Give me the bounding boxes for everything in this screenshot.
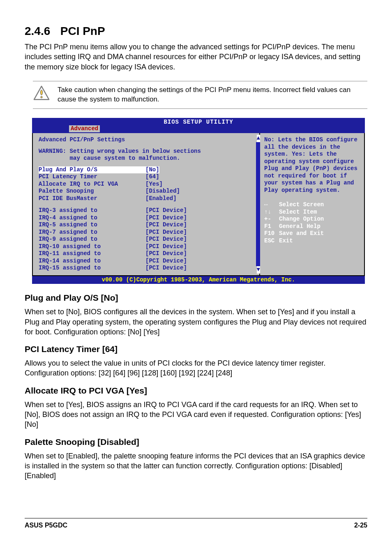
bios-key-label: Select Screen <box>279 201 324 208</box>
bios-item-value: [Disabled] <box>145 188 180 195</box>
bios-irq-item[interactable]: IRQ-10 assigned to[PCI Device] <box>39 243 255 251</box>
bios-item-label: IRQ-14 assigned to <box>39 258 145 265</box>
bios-key-glyph: F1 <box>264 223 279 230</box>
bios-key-glyph: ↔ <box>264 201 279 209</box>
bios-item-value: [PCI Device] <box>145 250 187 258</box>
bios-irq-item[interactable]: IRQ-9 assigned to[PCI Device] <box>39 236 255 243</box>
subsection-body: Allows you to select the value in units … <box>25 358 367 378</box>
bios-key-glyph: +- <box>264 216 279 223</box>
bios-item[interactable]: Palette Snooping[Disabled] <box>39 188 255 195</box>
bios-item-label: IRQ-4 assigned to <box>39 214 145 222</box>
bios-item-label: Palette Snooping <box>39 188 145 195</box>
bios-item-value: [PCI Device] <box>145 236 187 243</box>
bios-key-row: ↔Select Screen <box>264 201 360 209</box>
section-intro: The PCI PnP menu items allow you to chan… <box>25 42 367 72</box>
bios-key-label: Exit <box>279 237 293 244</box>
bios-key-row: F1General Help <box>264 223 360 230</box>
bios-item-label: PCI IDE BusMaster <box>39 195 145 203</box>
bios-item-label: IRQ-11 assigned to <box>39 250 145 258</box>
bios-key-row: ↑↓Select Item <box>264 209 360 216</box>
bios-key-glyph: F10 <box>264 230 279 237</box>
bios-key-row: ESCExit <box>264 237 360 245</box>
subsection-body: When set to [Yes], BIOS assigns an IRQ t… <box>25 400 367 430</box>
bios-irq-item[interactable]: IRQ-14 assigned to[PCI Device] <box>39 258 255 265</box>
bios-item-value: [Enabled] <box>145 195 177 203</box>
subsection-body: When set to [No], BIOS configures all th… <box>25 307 367 337</box>
bios-right-pane: No: Lets the BIOS configure all the devi… <box>259 133 364 275</box>
bios-footer: v00.00 (C)Copyright 1985-2003, American … <box>32 276 365 284</box>
bios-key-label: General Help <box>279 223 321 230</box>
bios-key-row: +-Change Option <box>264 216 360 223</box>
bios-titlebar: BIOS SETUP UTILITY Advanced <box>32 118 365 134</box>
svg-point-1 <box>41 96 42 98</box>
bios-item-label: PCI Latency Timer <box>39 173 145 181</box>
bios-item[interactable]: Plug And Play O/S[No] <box>39 166 255 174</box>
bios-item-value: [PCI Device] <box>145 214 187 222</box>
bios-irq-item[interactable]: IRQ-5 assigned to[PCI Device] <box>39 221 255 229</box>
bios-irq-item[interactable]: IRQ-3 assigned to[PCI Device] <box>39 207 255 214</box>
bios-irq-item[interactable]: IRQ-7 assigned to[PCI Device] <box>39 229 255 236</box>
bios-item-label: IRQ-10 assigned to <box>39 243 145 251</box>
bios-help-text: No: Lets the BIOS configure all the devi… <box>264 136 360 194</box>
footer-right: 2-25 <box>354 522 367 529</box>
subsection-heading: Plug and Play O/S [No] <box>25 293 367 303</box>
bios-item[interactable]: PCI Latency Timer[64] <box>39 173 255 181</box>
section-title: PCI PnP <box>60 25 105 37</box>
bios-item-value: [PCI Device] <box>145 258 187 265</box>
bios-item-label: IRQ-7 assigned to <box>39 229 145 236</box>
caution-text: Take caution when changing the settings … <box>58 85 364 104</box>
scroll-track[interactable] <box>256 142 260 266</box>
bios-item-value: [PCI Device] <box>145 207 187 214</box>
subsection-heading: PCI Latency Timer [64] <box>25 344 367 354</box>
page-footer: ASUS P5GDC 2-25 <box>25 518 367 529</box>
section-number: 2.4.6 <box>25 25 50 37</box>
bios-tab-advanced[interactable]: Advanced <box>69 125 100 133</box>
bios-item-label: IRQ-3 assigned to <box>39 207 145 214</box>
footer-left: ASUS P5GDC <box>25 522 67 529</box>
bios-warning: WARNING: Setting wrong values in below s… <box>39 148 255 162</box>
bios-left-pane: ▲ ▼ Advanced PCI/PnP Settings WARNING: S… <box>33 133 259 275</box>
bios-key-label: Change Option <box>279 216 324 222</box>
caution-callout: Take caution when changing the settings … <box>33 81 367 109</box>
subsection-heading: Allocate IRQ to PCI VGA [Yes] <box>25 386 367 396</box>
bios-irq-item[interactable]: IRQ-11 assigned to[PCI Device] <box>39 250 255 258</box>
svg-point-0 <box>41 90 43 95</box>
bios-key-label: Select Item <box>279 209 317 215</box>
subsection-body: When set to [Enabled], the palette snoop… <box>25 451 367 481</box>
bios-item-label: Allocate IRQ to PCI VGA <box>39 181 145 188</box>
bios-item-value: [PCI Device] <box>145 243 187 251</box>
bios-screenshot: BIOS SETUP UTILITY Advanced ▲ ▼ Advanced… <box>32 118 365 284</box>
bios-item-label: Plug And Play O/S <box>39 166 145 174</box>
bios-item-label: IRQ-15 assigned to <box>39 265 145 272</box>
bios-item-value: [PCI Device] <box>145 265 187 272</box>
bios-key-glyph: ESC <box>264 237 279 245</box>
bios-pane-heading: Advanced PCI/PnP Settings <box>39 136 255 144</box>
bios-item-value: [No] <box>145 166 159 174</box>
bios-item-value: [PCI Device] <box>145 229 187 236</box>
subsection-heading: Palette Snooping [Disabled] <box>25 437 367 447</box>
bios-irq-item[interactable]: IRQ-4 assigned to[PCI Device] <box>39 214 255 222</box>
bios-item[interactable]: PCI IDE BusMaster[Enabled] <box>39 195 255 203</box>
bios-irq-item[interactable]: IRQ-15 assigned to[PCI Device] <box>39 265 255 272</box>
bios-item-value: [64] <box>145 173 159 181</box>
bios-key-row: F10Save and Exit <box>264 230 360 237</box>
bios-item[interactable]: Allocate IRQ to PCI VGA[Yes] <box>39 181 255 188</box>
bios-title: BIOS SETUP UTILITY <box>32 119 365 126</box>
caution-icon <box>33 85 50 101</box>
scroll-up-icon[interactable]: ▲ <box>257 135 260 142</box>
bios-item-value: [PCI Device] <box>145 221 187 229</box>
bios-item-label: IRQ-9 assigned to <box>39 236 145 243</box>
bios-key-label: Save and Exit <box>279 230 324 237</box>
bios-key-glyph: ↑↓ <box>264 209 279 216</box>
scroll-down-icon[interactable]: ▼ <box>257 266 260 274</box>
bios-item-label: IRQ-5 assigned to <box>39 221 145 229</box>
bios-item-value: [Yes] <box>145 181 163 188</box>
